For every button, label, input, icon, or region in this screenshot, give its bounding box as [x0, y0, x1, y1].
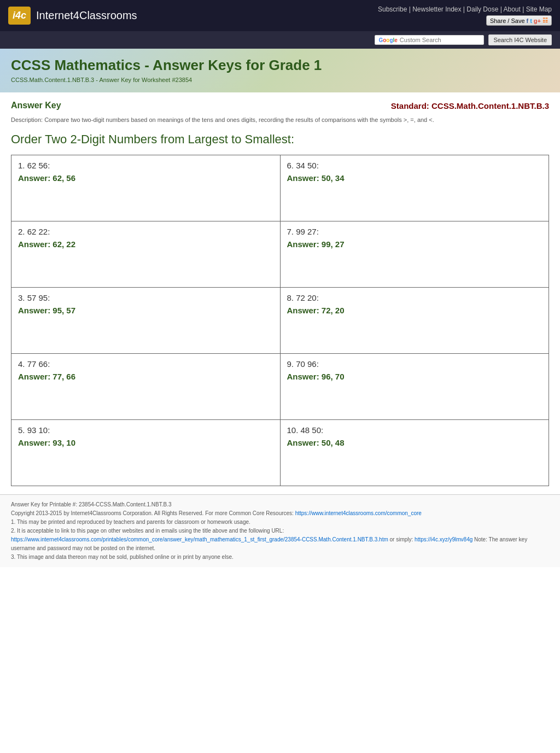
twitter-icon: t	[530, 17, 532, 24]
banner: CCSS Mathematics - Answer Keys for Grade…	[0, 49, 560, 92]
problem-6-answer: Answer: 50, 34	[287, 173, 542, 183]
problem-7-answer: Answer: 99, 27	[287, 240, 542, 249]
nav-subscribe[interactable]: Subscribe	[378, 5, 407, 13]
answer-key-label: Answer Key	[11, 101, 61, 110]
footer-note3: 3. This image and data thereon may not b…	[11, 553, 549, 562]
site-name: Internet4Classrooms	[36, 9, 137, 22]
problem-3-answer: Answer: 95, 57	[18, 306, 273, 315]
nav-site-map[interactable]: Site Map	[526, 5, 552, 13]
content-area: Answer Key Standard: CCSS.Math.Content.1…	[0, 92, 560, 494]
section-title: Order Two 2-Digit Numbers from Largest t…	[11, 132, 549, 147]
problem-2-answer: Answer: 62, 22	[18, 240, 273, 249]
search-button[interactable]: Search I4C Website	[488, 34, 552, 45]
googleplus-icon: g+	[534, 17, 541, 24]
search-input[interactable]	[400, 37, 465, 43]
problems-row-1: 1. 62 56: Answer: 62, 56 6. 34 50: Answe…	[11, 155, 549, 221]
problems-grid: 1. 62 56: Answer: 62, 56 6. 34 50: Answe…	[11, 155, 549, 486]
share-save-label: Share / Save	[490, 17, 525, 24]
problem-cell-4-left: 4. 77 66: Answer: 77, 66	[11, 354, 281, 419]
footer-url-full[interactable]: https://www.internet4classrooms.com/prin…	[11, 536, 388, 542]
problem-6-question: 6. 34 50:	[287, 161, 542, 170]
problem-cell-2-left: 2. 62 22: Answer: 62, 22	[11, 221, 281, 287]
footer-note1: 1. This may be printed and reproduced by…	[11, 518, 549, 527]
site-header: i4c Internet4Classrooms Subscribe | News…	[0, 0, 560, 31]
problem-cell-3-right: 8. 72 20: Answer: 72, 20	[281, 288, 549, 353]
nav-links: Subscribe | Newsletter Index | Daily Dos…	[378, 5, 552, 13]
problem-1-question: 1. 62 56:	[18, 161, 273, 170]
problem-cell-1-left: 1. 62 56: Answer: 62, 56	[11, 155, 281, 221]
problem-cell-5-left: 5. 93 10: Answer: 93, 10	[11, 420, 281, 486]
problems-row-5: 5. 93 10: Answer: 93, 10 10. 48 50: Answ…	[11, 420, 549, 486]
problem-3-question: 3. 57 95:	[18, 293, 273, 302]
problem-5-question: 5. 93 10:	[18, 425, 273, 435]
problem-10-answer: Answer: 50, 48	[287, 438, 542, 447]
page-title: CCSS Mathematics - Answer Keys for Grade…	[11, 57, 549, 74]
footer: Answer Key for Printable #: 23854-CCSS.M…	[0, 494, 560, 567]
description: Description: Compare two two-digit numbe…	[11, 116, 549, 124]
problem-4-answer: Answer: 77, 66	[18, 372, 273, 381]
logo-area: i4c Internet4Classrooms	[8, 7, 137, 25]
facebook-icon: f	[527, 17, 529, 24]
problem-8-question: 8. 72 20:	[287, 293, 542, 302]
problem-cell-2-right: 7. 99 27: Answer: 99, 27	[281, 221, 549, 287]
problem-2-question: 2. 62 22:	[18, 227, 273, 236]
problem-cell-3-left: 3. 57 95: Answer: 95, 57	[11, 288, 281, 353]
problem-8-answer: Answer: 72, 20	[287, 306, 542, 315]
footer-answer-key: Answer Key for Printable #: 23854-CCSS.M…	[11, 500, 549, 509]
footer-note2: 2. It is acceptable to link to this page…	[11, 527, 549, 553]
problem-4-question: 4. 77 66:	[18, 359, 273, 369]
problems-row-4: 4. 77 66: Answer: 77, 66 9. 70 96: Answe…	[11, 354, 549, 420]
problem-cell-1-right: 6. 34 50: Answer: 50, 34	[281, 155, 549, 221]
footer-common-core-link[interactable]: https://www.internet4classrooms.com/comm…	[295, 510, 422, 516]
footer-copyright: Copyright 2013-2015 by Internet4Classroo…	[11, 509, 549, 518]
share-save-button[interactable]: Share / Save f t g+ ☷	[486, 15, 552, 26]
answer-key-header: Answer Key Standard: CCSS.Math.Content.1…	[11, 101, 549, 110]
standard-label: Standard: CCSS.Math.Content.1.NBT.B.3	[391, 101, 549, 110]
nav-about[interactable]: About	[503, 5, 520, 13]
share-area: Share / Save f t g+ ☷	[486, 15, 552, 26]
problem-1-answer: Answer: 62, 56	[18, 173, 273, 183]
logo-icon: i4c	[8, 7, 31, 25]
nav-newsletter[interactable]: Newsletter Index	[412, 5, 461, 13]
search-input-wrap: Google	[375, 35, 484, 45]
search-bar: Google Search I4C Website	[0, 31, 560, 49]
rss-icon: ☷	[542, 17, 548, 24]
problems-row-2: 2. 62 22: Answer: 62, 22 7. 99 27: Answe…	[11, 221, 549, 288]
problem-5-answer: Answer: 93, 10	[18, 438, 273, 447]
google-logo: Google	[378, 37, 397, 43]
problem-9-question: 9. 70 96:	[287, 359, 542, 369]
footer-url-short[interactable]: https://i4c.xyz/y9lmv84g	[415, 536, 472, 542]
problem-7-question: 7. 99 27:	[287, 227, 542, 236]
problem-cell-4-right: 9. 70 96: Answer: 96, 70	[281, 354, 549, 419]
nav-daily-dose[interactable]: Daily Dose	[466, 5, 498, 13]
problem-cell-5-right: 10. 48 50: Answer: 50, 48	[281, 420, 549, 486]
breadcrumb: CCSS.Math.Content.1.NBT.B.3 - Answer Key…	[11, 77, 549, 83]
problems-row-3: 3. 57 95: Answer: 95, 57 8. 72 20: Answe…	[11, 288, 549, 354]
problem-10-question: 10. 48 50:	[287, 425, 542, 435]
problem-9-answer: Answer: 96, 70	[287, 372, 542, 381]
